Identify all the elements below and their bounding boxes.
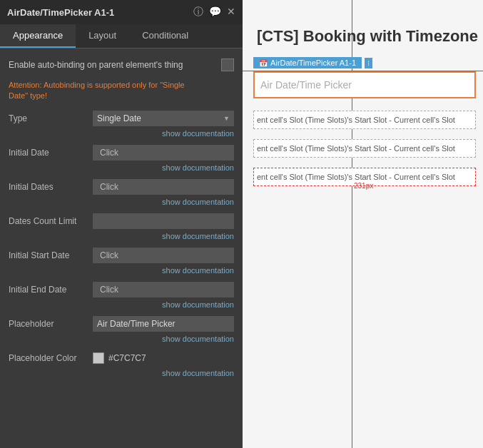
type-select[interactable]: Single Date Range Multiple	[93, 111, 234, 126]
placeholder-color-row: Placeholder Color #C7C7C7	[9, 349, 234, 367]
panel-content: Enable auto-binding on parent element's …	[0, 49, 243, 448]
right-panel: [CTS] Booking with Timezone 📅 AirDate/Ti…	[243, 0, 483, 448]
placeholder-color-doc-link[interactable]: show documentation	[9, 369, 234, 377]
left-panel: AirDate/TimePicker A1-1 ⓘ 💬 ✕ Appearance…	[0, 0, 243, 448]
color-row: #C7C7C7	[93, 352, 234, 364]
toggle-checkbox[interactable]	[221, 58, 234, 71]
color-value: #C7C7C7	[108, 353, 146, 363]
initial-end-button[interactable]: Click	[93, 282, 234, 297]
placeholder-color-control: #C7C7C7	[93, 352, 234, 364]
placeholder-color-label: Placeholder Color	[9, 353, 87, 363]
initial-start-row: Initial Start Date Click	[9, 246, 234, 265]
element-grid-icon[interactable]: ⁝	[365, 58, 372, 68]
initial-end-control: Click	[93, 282, 234, 297]
placeholder-control	[93, 316, 234, 332]
type-select-wrapper: Single Date Range Multiple	[93, 111, 234, 126]
color-swatch[interactable]	[93, 352, 104, 364]
panel-header: AirDate/TimePicker A1-1 ⓘ 💬 ✕	[0, 0, 243, 24]
initial-date-row: Initial Date Click	[9, 143, 234, 162]
px-measurement-label: 231px	[354, 182, 373, 190]
canvas-area: [CTS] Booking with Timezone 📅 AirDate/Ti…	[243, 0, 483, 448]
tab-appearance[interactable]: Appearance	[0, 24, 76, 48]
toggle-row: Enable auto-binding on parent element's …	[9, 56, 234, 74]
tab-layout[interactable]: Layout	[76, 24, 129, 48]
initial-start-control: Click	[93, 248, 234, 263]
comment-icon[interactable]: 💬	[209, 6, 221, 19]
type-field-row: Type Single Date Range Multiple	[9, 109, 234, 128]
warning-text: Attention: Autobinding is supported only…	[9, 80, 234, 102]
warning-line2: Date" type!	[9, 91, 47, 100]
info-icon[interactable]: ⓘ	[193, 6, 203, 19]
type-label: Type	[9, 113, 87, 123]
placeholder-doc-link[interactable]: show documentation	[9, 335, 234, 343]
warning-line1: Attention: Autobinding is supported only…	[9, 81, 185, 89]
panel-title: AirDate/TimePicker A1-1	[7, 7, 114, 18]
initial-start-label: Initial Start Date	[9, 250, 87, 260]
initial-end-label: Initial End Date	[9, 285, 87, 295]
placeholder-label: Placeholder	[9, 319, 87, 329]
datepicker-box[interactable]: Air Date/Time Picker	[253, 71, 476, 98]
content-row-2: ent cell's Slot (Time Slots)'s Start Slo…	[253, 139, 476, 158]
element-label-text: AirDate/TimePicker A1-1	[270, 58, 356, 67]
tabs-bar: Appearance Layout Conditional	[0, 24, 243, 49]
dates-count-input[interactable]	[93, 213, 234, 229]
header-icons: ⓘ 💬 ✕	[193, 6, 235, 19]
initial-date-control: Click	[93, 145, 234, 161]
type-doc-link[interactable]: show documentation	[9, 129, 234, 138]
initial-date-doc-link[interactable]: show documentation	[9, 163, 234, 172]
initial-start-button[interactable]: Click	[93, 248, 234, 263]
content-row-1: ent cell's Slot (Time Slots)'s Start Slo…	[253, 111, 476, 129]
element-label-bar: 📅 AirDate/TimePicker A1-1 ⁝	[253, 57, 372, 68]
dates-count-label: Dates Count Limit	[9, 216, 87, 226]
initial-dates-button[interactable]: Click	[93, 179, 234, 195]
dates-count-row: Dates Count Limit	[9, 212, 234, 230]
initial-dates-control: Click	[93, 179, 234, 195]
placeholder-row: Placeholder	[9, 315, 234, 333]
dates-count-doc-link[interactable]: show documentation	[9, 232, 234, 240]
initial-dates-row: Initial Dates Click	[9, 178, 234, 196]
dates-count-control	[93, 213, 234, 229]
close-icon[interactable]: ✕	[227, 6, 235, 19]
initial-date-label: Initial Date	[9, 148, 87, 158]
tab-conditional[interactable]: Conditional	[129, 24, 201, 48]
element-label-pill[interactable]: 📅 AirDate/TimePicker A1-1	[253, 57, 362, 68]
toggle-label: Enable auto-binding on parent element's …	[9, 60, 183, 70]
placeholder-input[interactable]	[93, 316, 234, 332]
element-icon: 📅	[259, 59, 268, 67]
initial-start-doc-link[interactable]: show documentation	[9, 266, 234, 275]
initial-end-doc-link[interactable]: show documentation	[9, 300, 234, 309]
datepicker-placeholder: Air Date/Time Picker	[260, 79, 352, 91]
initial-end-row: Initial End Date Click	[9, 280, 234, 299]
page-title: [CTS] Booking with Timezone	[257, 27, 478, 46]
initial-dates-label: Initial Dates	[9, 182, 87, 192]
initial-dates-doc-link[interactable]: show documentation	[9, 198, 234, 206]
initial-date-button[interactable]: Click	[93, 145, 234, 161]
